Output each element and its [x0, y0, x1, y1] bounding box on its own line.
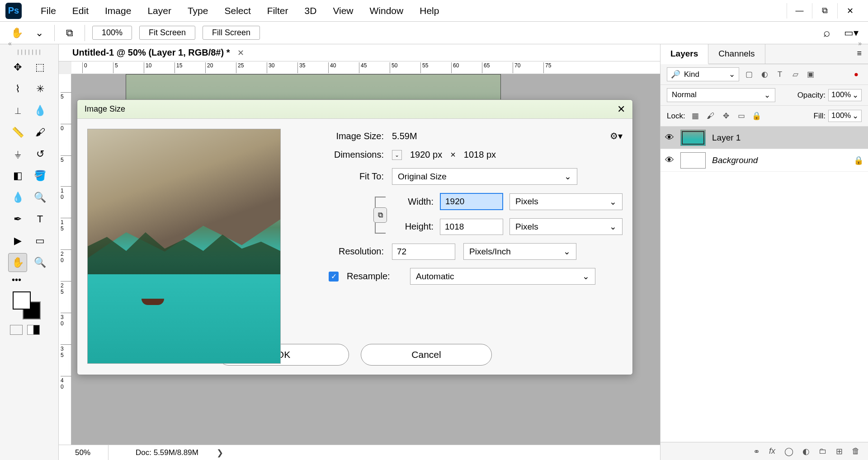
- history-brush-tool[interactable]: ↺: [31, 145, 50, 164]
- move-tool[interactable]: ✥: [8, 58, 27, 77]
- lock-paint-icon[interactable]: 🖌: [705, 111, 716, 122]
- layer-name[interactable]: Layer 1: [712, 133, 741, 143]
- layer-name[interactable]: Background: [712, 155, 758, 165]
- cancel-button[interactable]: Cancel: [361, 344, 492, 366]
- filter-adjust-icon[interactable]: ◐: [759, 69, 770, 80]
- document-tab[interactable]: Untitled-1 @ 50% (Layer 1, RGB/8#) *: [72, 47, 235, 58]
- layer-thumbnail[interactable]: [680, 130, 706, 146]
- layer-row[interactable]: 👁 Background 🔒: [660, 149, 868, 172]
- layer-filter-kind[interactable]: 🔎Kind⌄: [667, 67, 739, 81]
- width-unit-select[interactable]: Pixels⌄: [509, 193, 623, 210]
- status-menu-arrow[interactable]: ❯: [217, 448, 223, 458]
- pen-tool[interactable]: ✒: [8, 210, 27, 229]
- menu-edit[interactable]: Edit: [64, 5, 97, 16]
- close-document-icon[interactable]: ✕: [235, 48, 247, 58]
- filter-type-icon[interactable]: T: [774, 69, 785, 80]
- crop-tool[interactable]: ⟂: [8, 101, 27, 120]
- paint-bucket-tool[interactable]: 🪣: [31, 166, 50, 185]
- blur-tool[interactable]: 💧: [8, 188, 27, 207]
- menu-file[interactable]: File: [33, 5, 64, 16]
- visibility-icon[interactable]: 👁: [665, 132, 674, 143]
- menu-filter[interactable]: Filter: [259, 5, 297, 16]
- height-unit-select[interactable]: Pixels⌄: [509, 218, 623, 235]
- lock-all-icon[interactable]: 🔒: [751, 111, 762, 122]
- visibility-icon[interactable]: 👁: [665, 155, 674, 165]
- blend-mode-select[interactable]: Normal⌄: [667, 88, 775, 102]
- height-input[interactable]: [440, 219, 503, 235]
- clone-stamp-tool[interactable]: ⏚: [8, 145, 27, 164]
- eyedropper-tool[interactable]: 💧: [31, 101, 50, 120]
- menu-type[interactable]: Type: [179, 5, 217, 16]
- dialog-close-icon[interactable]: ✕: [617, 103, 625, 115]
- new-layer-icon[interactable]: ⊞: [836, 446, 843, 456]
- gear-icon[interactable]: ⚙▾: [610, 131, 623, 141]
- width-input[interactable]: [440, 193, 503, 210]
- filter-smart-icon[interactable]: ▣: [805, 69, 816, 80]
- fill-screen-button[interactable]: Fill Screen: [203, 26, 260, 40]
- lock-artboard-icon[interactable]: ▭: [736, 111, 747, 122]
- brush-tool[interactable]: 🖌: [31, 123, 50, 142]
- search-icon[interactable]: [819, 25, 835, 41]
- foreground-color[interactable]: [13, 291, 31, 310]
- close-window-button[interactable]: ✕: [837, 3, 863, 19]
- marquee-tool[interactable]: ⬚: [31, 58, 50, 77]
- menu-select[interactable]: Select: [216, 5, 259, 16]
- color-swatches[interactable]: [0, 289, 58, 322]
- filter-shape-icon[interactable]: ▱: [790, 69, 801, 80]
- fit-screen-button[interactable]: Fit Screen: [139, 26, 195, 40]
- panel-menu-icon[interactable]: ≡: [850, 44, 868, 64]
- dimensions-unit-dropdown[interactable]: ⌄: [392, 150, 402, 160]
- path-select-tool[interactable]: ▶: [8, 231, 27, 250]
- tool-preset-dropdown[interactable]: ⌄: [32, 25, 47, 41]
- minimize-button[interactable]: —: [787, 3, 812, 19]
- lock-position-icon[interactable]: ✥: [721, 111, 731, 122]
- tab-channels[interactable]: Channels: [708, 44, 765, 64]
- resample-select[interactable]: Automatic⌄: [410, 268, 595, 285]
- layer-mask-icon[interactable]: ◯: [784, 446, 793, 456]
- hand-tool-icon[interactable]: ✋: [9, 25, 24, 41]
- layer-thumbnail[interactable]: [680, 152, 706, 169]
- eraser-tool[interactable]: ◧: [8, 166, 27, 185]
- layer-fx-icon[interactable]: fx: [769, 446, 775, 456]
- delete-layer-icon[interactable]: 🗑: [852, 446, 860, 456]
- zoom-tool[interactable]: 🔍: [31, 253, 50, 272]
- workspace-switcher-icon[interactable]: ▭▾: [844, 25, 859, 41]
- ruler-tool[interactable]: 📏: [8, 123, 27, 142]
- tab-layers[interactable]: Layers: [660, 44, 708, 64]
- resolution-unit-select[interactable]: Pixels/Inch⌄: [463, 243, 576, 260]
- quick-select-tool[interactable]: ✳: [31, 80, 50, 99]
- layer-group-icon[interactable]: 🗀: [819, 446, 827, 456]
- maximize-button[interactable]: ⧉: [812, 3, 837, 19]
- menu-3d[interactable]: 3D: [297, 5, 325, 16]
- menu-help[interactable]: Help: [411, 5, 447, 16]
- menu-image[interactable]: Image: [97, 5, 139, 16]
- adjustment-layer-icon[interactable]: ◐: [802, 446, 810, 456]
- layer-row[interactable]: 👁 Layer 1: [660, 127, 868, 149]
- fill-input[interactable]: 100%⌄: [828, 110, 862, 122]
- constrain-proportions-icon[interactable]: ⧉: [373, 207, 387, 223]
- edit-toolbar-button[interactable]: •••: [8, 275, 50, 285]
- lasso-tool[interactable]: ⌇: [8, 80, 27, 99]
- dialog-titlebar[interactable]: Image Size ✕: [77, 100, 632, 119]
- lock-pixels-icon[interactable]: ▦: [690, 111, 701, 122]
- status-zoom[interactable]: 50%: [59, 445, 108, 460]
- hand-tool[interactable]: ✋: [8, 253, 27, 272]
- menu-layer[interactable]: Layer: [139, 5, 179, 16]
- scroll-all-windows-icon[interactable]: ⧉: [62, 25, 77, 41]
- lock-icon[interactable]: 🔒: [854, 155, 863, 165]
- resolution-input[interactable]: [392, 244, 455, 260]
- quick-mask-icon[interactable]: [10, 325, 23, 335]
- panel-grip[interactable]: ┃┃┃┃┃┃┃: [0, 50, 58, 54]
- opacity-input[interactable]: 100%⌄: [828, 89, 862, 101]
- screen-mode-icon[interactable]: [27, 325, 40, 335]
- link-layers-icon[interactable]: ⚭: [753, 446, 760, 456]
- filter-pixel-icon[interactable]: ▢: [744, 69, 755, 80]
- fitto-select[interactable]: Original Size⌄: [392, 168, 577, 185]
- rectangle-tool[interactable]: ▭: [31, 231, 50, 250]
- menu-view[interactable]: View: [325, 5, 361, 16]
- resample-checkbox[interactable]: ✓: [329, 272, 339, 282]
- menu-window[interactable]: Window: [362, 5, 412, 16]
- dodge-tool[interactable]: 🔍: [31, 188, 50, 207]
- zoom-level-input[interactable]: 100%: [92, 26, 132, 40]
- filter-toggle-icon[interactable]: ●: [851, 69, 862, 80]
